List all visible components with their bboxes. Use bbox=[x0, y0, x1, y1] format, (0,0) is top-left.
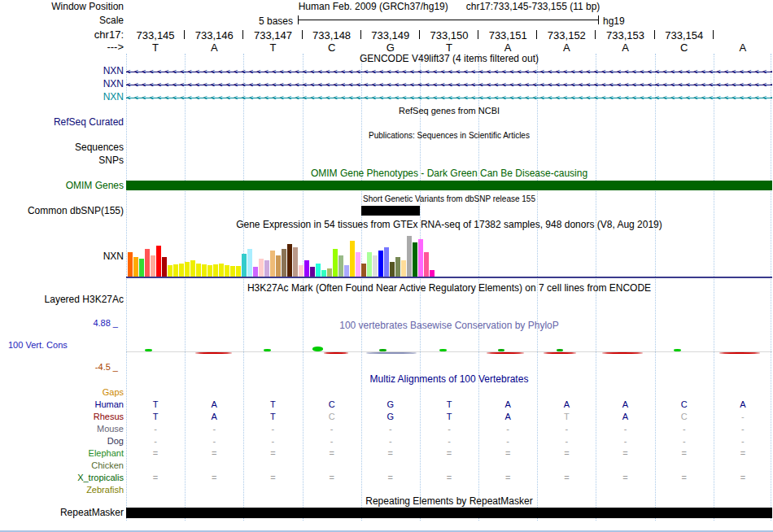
gtex-bar[interactable] bbox=[361, 264, 366, 277]
snps-label[interactable]: SNPs bbox=[0, 155, 124, 166]
gtex-bar[interactable] bbox=[247, 249, 252, 277]
multiz-cell: A bbox=[185, 411, 243, 422]
repeatmasker-track-title[interactable]: Repeating Elements by RepeatMasker bbox=[126, 496, 772, 506]
gtex-bar[interactable] bbox=[413, 242, 417, 277]
multiz-species-label[interactable]: Human bbox=[0, 399, 124, 410]
gtex-bar[interactable] bbox=[299, 265, 304, 277]
multiz-species-label[interactable]: Elephant bbox=[0, 447, 124, 459]
multiz-cell: = bbox=[361, 472, 420, 483]
gtex-bar[interactable] bbox=[390, 262, 395, 277]
refseq-curated-label[interactable]: RefSeq Curated bbox=[0, 117, 124, 128]
gtex-bar[interactable] bbox=[213, 264, 218, 277]
gtex-bar[interactable] bbox=[128, 252, 133, 277]
gtex-bar[interactable] bbox=[264, 260, 269, 277]
multiz-species-label[interactable]: Gaps bbox=[0, 386, 124, 398]
gtex-gene-label[interactable]: NXN bbox=[0, 251, 124, 262]
gtex-bar[interactable] bbox=[173, 264, 178, 277]
sequences-label[interactable]: Sequences bbox=[0, 142, 124, 153]
gtex-bar[interactable] bbox=[282, 249, 286, 277]
gencode-gene-label-3[interactable]: NXN bbox=[0, 92, 124, 102]
gtex-bar[interactable] bbox=[367, 252, 372, 277]
gtex-bar[interactable] bbox=[207, 265, 212, 277]
multiz-species-label[interactable]: Rhesus bbox=[0, 411, 124, 422]
multiz-species-label[interactable]: Dog bbox=[0, 435, 124, 447]
gtex-bar[interactable] bbox=[145, 249, 150, 277]
gtex-bar[interactable] bbox=[310, 267, 315, 277]
multiz-species-label[interactable]: Mouse bbox=[0, 423, 124, 434]
gtex-bar[interactable] bbox=[287, 244, 292, 277]
gtex-bar[interactable] bbox=[219, 264, 224, 277]
gtex-bar[interactable] bbox=[259, 259, 264, 277]
h3k27ac-track-label[interactable]: Layered H3K27Ac bbox=[0, 294, 124, 305]
gtex-bar[interactable] bbox=[424, 252, 429, 277]
gtex-bar[interactable] bbox=[407, 236, 412, 277]
dbsnp-track-label[interactable]: Common dbSNP(155) bbox=[0, 206, 124, 216]
gtex-bar[interactable] bbox=[304, 260, 309, 277]
phylop-max-label: 4.88 _ bbox=[0, 318, 118, 328]
gtex-bar[interactable] bbox=[384, 247, 389, 277]
base-letter: A bbox=[537, 41, 596, 54]
gtex-bar[interactable] bbox=[373, 255, 378, 277]
gtex-track-title[interactable]: Gene Expression in 54 tissues from GTEx … bbox=[126, 220, 772, 229]
gtex-bar[interactable] bbox=[356, 252, 360, 277]
gencode-transcript[interactable]: <<<<<<<<<<<<<<<<<<<<<<<<<<<<<<<<<<<<<<<<… bbox=[126, 81, 772, 89]
gtex-bar[interactable] bbox=[327, 268, 332, 277]
gtex-bar[interactable] bbox=[236, 266, 241, 277]
gtex-bar[interactable] bbox=[133, 257, 138, 277]
gtex-bar[interactable] bbox=[168, 265, 173, 277]
gtex-bar[interactable] bbox=[378, 251, 383, 277]
dbsnp-track-title[interactable]: Short Genetic Variants from dbSNP releas… bbox=[126, 194, 772, 204]
multiz-species-label[interactable]: X_tropicalis bbox=[0, 472, 124, 483]
dbsnp-variant-bar[interactable] bbox=[361, 206, 420, 216]
gtex-bar[interactable] bbox=[253, 267, 258, 277]
gencode-transcript[interactable]: <<<<<<<<<<<<<<<<<<<<<<<<<<<<<<<<<<<<<<<<… bbox=[126, 94, 772, 102]
repeatmasker-bar[interactable] bbox=[126, 508, 772, 518]
gencode-gene-label-2[interactable]: NXN bbox=[0, 79, 124, 89]
omim-genes-label[interactable]: OMIM Genes bbox=[0, 181, 124, 191]
gtex-bar[interactable] bbox=[395, 257, 400, 277]
phylop-track-title[interactable]: 100 vertebrates Basewise Conservation by… bbox=[126, 321, 772, 330]
omim-track-title[interactable]: OMIM Gene Phenotypes - Dark Green Can Be… bbox=[126, 168, 772, 178]
multiz-cell: = bbox=[537, 472, 596, 483]
gtex-bar[interactable] bbox=[196, 264, 201, 277]
gencode-track-title[interactable]: GENCODE V49lift37 (4 items filtered out) bbox=[126, 54, 772, 63]
gtex-bar[interactable] bbox=[270, 251, 275, 277]
gtex-bar[interactable] bbox=[156, 246, 161, 277]
multiz-cell: - bbox=[303, 423, 361, 434]
multiz-species-label[interactable]: Chicken bbox=[0, 460, 124, 471]
gtex-bar[interactable] bbox=[293, 247, 298, 277]
multiz-species-label[interactable]: Zebrafish bbox=[0, 484, 124, 495]
gencode-transcript[interactable]: <<<<<<<<<<<<<<<<<<<<<<<<<<<<<<<<<<<<<<<<… bbox=[126, 68, 772, 76]
gtex-bar[interactable] bbox=[185, 262, 190, 277]
ruler-tick bbox=[713, 30, 714, 39]
gtex-bar[interactable] bbox=[344, 265, 349, 277]
gtex-bar[interactable] bbox=[350, 241, 355, 277]
phylop-track-label[interactable]: 100 Vert. Cons bbox=[8, 340, 68, 350]
gtex-bar[interactable] bbox=[139, 259, 144, 277]
refseq-track-title[interactable]: RefSeq genes from NCBI bbox=[126, 106, 772, 116]
gtex-bar[interactable] bbox=[225, 265, 229, 277]
gtex-bar[interactable] bbox=[316, 264, 321, 277]
publications-track-title[interactable]: Publications: Sequences in Scientific Ar… bbox=[126, 131, 772, 141]
gtex-bar[interactable] bbox=[190, 260, 195, 277]
h3k27ac-track-title[interactable]: H3K27Ac Mark (Often Found Near Active Re… bbox=[126, 283, 772, 293]
gtex-bar[interactable] bbox=[179, 264, 184, 277]
gtex-bar[interactable] bbox=[202, 264, 207, 277]
multiz-track-title[interactable]: Multiz Alignments of 100 Vertebrates bbox=[126, 374, 772, 384]
gtex-bar[interactable] bbox=[333, 249, 338, 277]
gtex-bar[interactable] bbox=[338, 255, 343, 277]
gencode-gene-label-1[interactable]: NXN bbox=[0, 66, 124, 76]
multiz-cell: A bbox=[537, 399, 596, 410]
gtex-bar[interactable] bbox=[430, 270, 435, 277]
gtex-bar[interactable] bbox=[418, 239, 423, 277]
gtex-bar[interactable] bbox=[162, 257, 167, 277]
repeatmasker-label[interactable]: RepeatMasker bbox=[0, 508, 124, 518]
gtex-bar[interactable] bbox=[242, 254, 247, 277]
gtex-bar[interactable] bbox=[401, 260, 406, 277]
gtex-bar[interactable] bbox=[321, 270, 326, 277]
strand-label: ---> bbox=[0, 41, 124, 52]
omim-genes-bar[interactable] bbox=[126, 181, 772, 190]
gtex-bar[interactable] bbox=[230, 266, 235, 277]
gtex-bar[interactable] bbox=[151, 255, 155, 277]
gtex-bar[interactable] bbox=[276, 255, 281, 277]
